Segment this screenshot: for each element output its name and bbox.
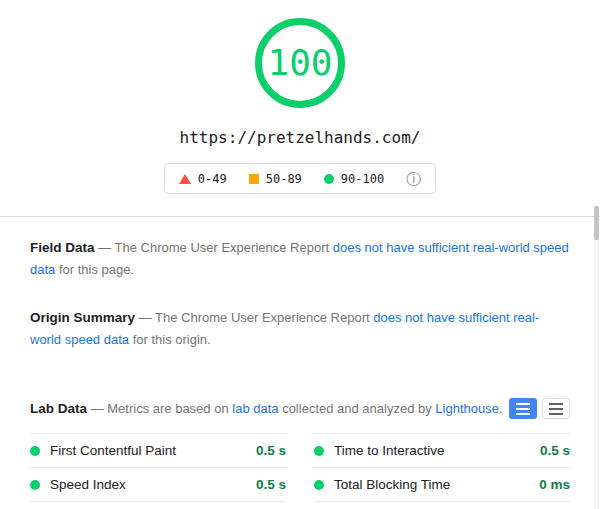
- legend-label: 50-89: [266, 172, 302, 186]
- metric-row-speed-index: Speed Index 0.5 s: [30, 467, 286, 501]
- origin-summary-section: Origin Summary — The Chrome User Experie…: [30, 307, 570, 351]
- field-data-section: Field Data — The Chrome User Experience …: [30, 237, 570, 281]
- detailed-view-button[interactable]: [542, 398, 570, 419]
- metric-row-first-contentful-paint: First Contentful Paint 0.5 s: [30, 433, 286, 467]
- origin-summary-text: — The Chrome User Experience Report: [139, 310, 374, 325]
- metric-label: Time to Interactive: [334, 443, 530, 458]
- pass-dot-icon: [30, 480, 40, 490]
- average-square-icon: [249, 174, 259, 184]
- report-hero: 100 https://pretzelhands.com/ 0-49 50-89…: [0, 0, 600, 194]
- metric-value: 0 ms: [539, 477, 570, 492]
- legend-label: 0-49: [198, 172, 227, 186]
- lab-data-link[interactable]: lab data: [232, 401, 278, 416]
- metric-row-largest-contentful-paint: Largest Contentful Paint 0.5 s: [30, 501, 286, 509]
- metric-label: Total Blocking Time: [334, 477, 529, 492]
- lab-data-period: .: [499, 401, 503, 416]
- origin-summary-title: Origin Summary: [30, 310, 135, 325]
- field-data-text-after: for this page.: [55, 262, 134, 277]
- list-lines-icon: [516, 403, 530, 415]
- compact-view-button[interactable]: [509, 398, 537, 419]
- metrics-grid: First Contentful Paint 0.5 s Time to Int…: [30, 433, 570, 509]
- metric-row-cumulative-layout-shift: Cumulative Layout Shift 0: [314, 501, 570, 509]
- lab-data-text-middle: collected and analyzed by: [279, 401, 436, 416]
- metric-value: 0.5 s: [256, 477, 286, 492]
- pass-dot-icon: [30, 446, 40, 456]
- lab-data-header: Lab Data — Metrics are based on lab data…: [30, 398, 570, 419]
- performance-score-gauge: 100: [255, 18, 345, 108]
- metric-label: Speed Index: [50, 477, 246, 492]
- view-toggles: [509, 398, 570, 419]
- pass-circle-icon: [324, 174, 334, 184]
- legend-item-fail: 0-49: [179, 172, 227, 186]
- metric-value: 0.5 s: [256, 443, 286, 458]
- scrollbar[interactable]: [594, 206, 599, 509]
- field-data-title: Field Data: [30, 240, 95, 255]
- lab-data-text: — Metrics are based on: [91, 401, 233, 416]
- lighthouse-link[interactable]: Lighthouse: [435, 401, 499, 416]
- info-icon[interactable]: ⓘ: [406, 171, 421, 186]
- section-divider: [0, 216, 600, 217]
- scrollbar-thumb[interactable]: [594, 206, 599, 240]
- page-url: https://pretzelhands.com/: [0, 128, 600, 147]
- pass-dot-icon: [314, 446, 324, 456]
- metric-row-time-to-interactive: Time to Interactive 0.5 s: [314, 433, 570, 467]
- metric-row-total-blocking-time: Total Blocking Time 0 ms: [314, 467, 570, 501]
- origin-summary-text-after: for this origin.: [129, 332, 211, 347]
- legend-item-average: 50-89: [249, 172, 302, 186]
- legend-item-pass: 90-100: [324, 172, 384, 186]
- pass-dot-icon: [314, 480, 324, 490]
- field-data-text: — The Chrome User Experience Report: [98, 240, 333, 255]
- legend-label: 90-100: [341, 172, 384, 186]
- lab-data-text-block: Lab Data — Metrics are based on lab data…: [30, 401, 503, 416]
- metric-label: First Contentful Paint: [50, 443, 246, 458]
- metric-value: 0.5 s: [540, 443, 570, 458]
- fail-triangle-icon: [179, 174, 191, 184]
- score-legend: 0-49 50-89 90-100 ⓘ: [164, 163, 436, 194]
- performance-score-value: 100: [267, 45, 332, 81]
- list-lines-icon: [549, 403, 563, 415]
- lab-data-title: Lab Data: [30, 401, 87, 416]
